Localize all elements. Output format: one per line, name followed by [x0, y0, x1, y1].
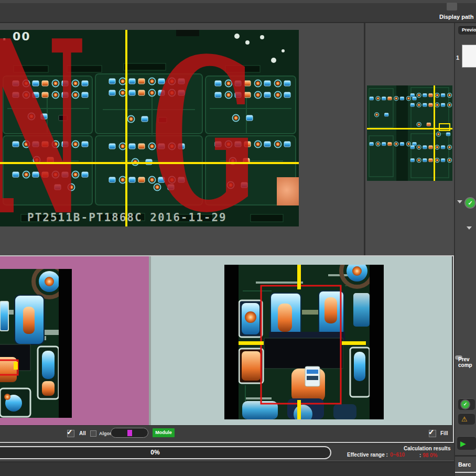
- right-sidebar: Previo 1 ✓ Prev comp ✓ ⚠ ▶ Barc: [454, 23, 476, 476]
- calculation-results-line: : 98 0%: [419, 452, 437, 458]
- preview-comparison-line1: Prev: [458, 356, 472, 362]
- main-image-viewport[interactable]: . 00 PT2511B-PT1868C 2016-11-29 N G: [0, 30, 299, 226]
- barcode-label: Barc: [458, 461, 471, 468]
- magenta-swatch: [127, 430, 132, 436]
- reference-zone: [0, 256, 149, 425]
- run-button[interactable]: ▶: [457, 436, 476, 450]
- thumb-crosshair-vertical: [434, 85, 435, 181]
- warning-icon: ⚠: [461, 416, 468, 423]
- preview-comparison-line2: comp: [458, 362, 472, 368]
- check-circle-icon: ✓: [461, 401, 469, 408]
- progress-bar: 0%: [0, 446, 331, 459]
- comparison-panel: ✓ All Algorithm Module ✓ Fill: [0, 255, 454, 443]
- chevron-down-icon[interactable]: [457, 200, 462, 203]
- fill-checkbox-label: Fill: [440, 430, 448, 436]
- barcode-underline: [455, 472, 476, 473]
- calculation-results-label: Calculation results: [404, 446, 450, 451]
- ng-result-overlay: N G: [0, 30, 299, 226]
- inspection-zone: [151, 256, 452, 425]
- crosshair-horizontal-line: [0, 162, 299, 164]
- thumbnail-panel: [365, 23, 454, 255]
- check-icon: ✓: [67, 428, 73, 436]
- algorithm-color-button[interactable]: [111, 428, 148, 438]
- sidebar-divider: [455, 455, 476, 457]
- all-checkbox[interactable]: ✓: [67, 430, 74, 437]
- ng-letter-n: N: [0, 30, 87, 226]
- crosshair-vertical-line: [125, 30, 127, 226]
- bottom-strip: [0, 461, 454, 476]
- calculation-results-value: 98 0%: [423, 452, 437, 458]
- progress-text: 0%: [150, 449, 159, 456]
- status-bar: 0% Effective range : 0~610 Calculation r…: [0, 443, 454, 460]
- algorithm-checkbox[interactable]: [90, 430, 96, 437]
- display-controls-row: ✓ All Algorithm Module ✓ Fill: [0, 425, 452, 442]
- comparison-left-image[interactable]: [0, 269, 72, 418]
- all-checkbox-label: All: [79, 430, 86, 436]
- calculation-results-prefix: :: [419, 452, 421, 458]
- effective-range-value: 0~610: [390, 452, 405, 458]
- status-ok-icon: ✓: [466, 198, 475, 208]
- module-button[interactable]: Module: [153, 428, 175, 437]
- previous-button[interactable]: Previo: [458, 25, 476, 35]
- display-path-label: Display path: [439, 14, 473, 20]
- accept-button[interactable]: ✓: [458, 398, 475, 410]
- chevron-down-icon[interactable]: [467, 226, 472, 230]
- fill-checkbox[interactable]: ✓: [429, 430, 436, 437]
- play-icon: ▶: [460, 440, 466, 447]
- aoi-inspection-window: Display path: [0, 0, 476, 476]
- window-control-tab[interactable]: [447, 3, 457, 10]
- effective-range-label: Effective range :: [347, 452, 388, 458]
- thumb-focus-box: [439, 123, 450, 131]
- navigation-thumbnail[interactable]: [367, 85, 452, 181]
- ng-letter-g: G: [150, 30, 258, 226]
- warning-button[interactable]: ⚠: [458, 413, 475, 425]
- comparison-right-image[interactable]: [224, 265, 384, 419]
- toolbar: Display path: [0, 0, 476, 23]
- template-list-row[interactable]: [462, 45, 476, 68]
- template-row-number: 1: [456, 55, 459, 61]
- check-icon: ✓: [428, 428, 435, 436]
- preview-comparison-button[interactable]: Prev comp: [458, 356, 472, 368]
